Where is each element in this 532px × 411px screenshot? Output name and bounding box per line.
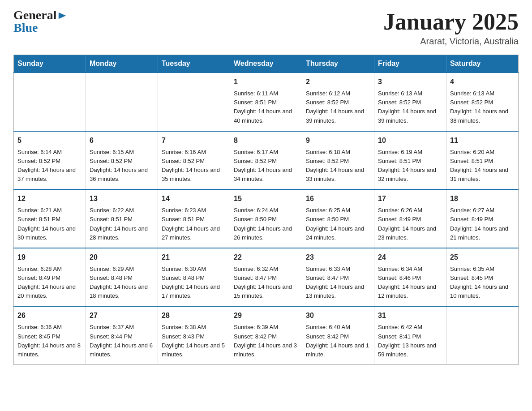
day-info: Sunrise: 6:39 AM Sunset: 8:42 PM Dayligh… (234, 323, 298, 359)
calendar-cell: 3Sunrise: 6:13 AM Sunset: 8:52 PM Daylig… (374, 73, 446, 131)
day-number: 9 (306, 135, 370, 146)
calendar-cell: 26Sunrise: 6:36 AM Sunset: 8:45 PM Dayli… (14, 306, 86, 364)
day-number: 12 (17, 193, 82, 204)
day-number: 10 (378, 135, 442, 146)
calendar-cell: 31Sunrise: 6:42 AM Sunset: 8:41 PM Dayli… (374, 306, 446, 364)
calendar-cell: 15Sunrise: 6:24 AM Sunset: 8:50 PM Dayli… (230, 189, 302, 248)
calendar-cell: 27Sunrise: 6:37 AM Sunset: 8:44 PM Dayli… (86, 306, 158, 364)
day-info: Sunrise: 6:40 AM Sunset: 8:42 PM Dayligh… (306, 323, 370, 359)
day-info: Sunrise: 6:34 AM Sunset: 8:46 PM Dayligh… (378, 265, 442, 301)
weekday-header-wednesday: Wednesday (230, 55, 302, 73)
day-number: 13 (90, 193, 154, 204)
day-number: 29 (234, 310, 298, 321)
day-number: 21 (162, 252, 226, 263)
calendar-week-row: 5Sunrise: 6:14 AM Sunset: 8:52 PM Daylig… (14, 131, 519, 190)
day-info: Sunrise: 6:21 AM Sunset: 8:51 PM Dayligh… (17, 206, 82, 242)
day-info: Sunrise: 6:22 AM Sunset: 8:51 PM Dayligh… (90, 206, 154, 242)
calendar-header: SundayMondayTuesdayWednesdayThursdayFrid… (14, 55, 519, 73)
day-number: 20 (90, 252, 154, 263)
day-info: Sunrise: 6:15 AM Sunset: 8:52 PM Dayligh… (90, 148, 154, 184)
calendar-cell: 14Sunrise: 6:23 AM Sunset: 8:51 PM Dayli… (158, 189, 230, 248)
logo-top-line: General (13, 9, 67, 21)
weekday-header-row: SundayMondayTuesdayWednesdayThursdayFrid… (14, 55, 519, 73)
weekday-header-tuesday: Tuesday (158, 55, 230, 73)
calendar-cell (86, 73, 158, 131)
day-number: 23 (306, 252, 370, 263)
calendar-cell: 9Sunrise: 6:18 AM Sunset: 8:52 PM Daylig… (302, 131, 374, 190)
day-number: 31 (378, 310, 442, 321)
day-info: Sunrise: 6:13 AM Sunset: 8:52 PM Dayligh… (378, 89, 442, 125)
day-info: Sunrise: 6:35 AM Sunset: 8:45 PM Dayligh… (450, 265, 515, 301)
logo: General Blue (13, 9, 67, 34)
day-number: 2 (306, 77, 370, 87)
logo-arrow-icon (58, 11, 67, 20)
day-number: 24 (378, 252, 442, 263)
logo-blue-text: Blue (13, 21, 38, 34)
day-number: 3 (378, 77, 442, 87)
calendar-cell: 19Sunrise: 6:28 AM Sunset: 8:49 PM Dayli… (14, 248, 86, 307)
calendar-cell: 25Sunrise: 6:35 AM Sunset: 8:45 PM Dayli… (446, 248, 519, 307)
day-number: 8 (234, 135, 298, 146)
calendar-week-row: 12Sunrise: 6:21 AM Sunset: 8:51 PM Dayli… (14, 189, 519, 248)
calendar-cell: 8Sunrise: 6:17 AM Sunset: 8:52 PM Daylig… (230, 131, 302, 190)
day-info: Sunrise: 6:24 AM Sunset: 8:50 PM Dayligh… (234, 206, 298, 242)
day-info: Sunrise: 6:38 AM Sunset: 8:43 PM Dayligh… (162, 323, 226, 359)
day-info: Sunrise: 6:19 AM Sunset: 8:51 PM Dayligh… (378, 148, 442, 184)
day-info: Sunrise: 6:13 AM Sunset: 8:52 PM Dayligh… (450, 89, 515, 125)
day-info: Sunrise: 6:29 AM Sunset: 8:48 PM Dayligh… (90, 265, 154, 301)
day-info: Sunrise: 6:42 AM Sunset: 8:41 PM Dayligh… (378, 323, 442, 359)
calendar-cell: 6Sunrise: 6:15 AM Sunset: 8:52 PM Daylig… (86, 131, 158, 190)
calendar-body: 1Sunrise: 6:11 AM Sunset: 8:51 PM Daylig… (14, 73, 519, 364)
calendar-week-row: 19Sunrise: 6:28 AM Sunset: 8:49 PM Dayli… (14, 248, 519, 307)
day-number: 19 (17, 252, 82, 263)
day-number: 28 (162, 310, 226, 321)
day-number: 14 (162, 193, 226, 204)
weekday-header-saturday: Saturday (446, 55, 519, 73)
calendar-cell: 12Sunrise: 6:21 AM Sunset: 8:51 PM Dayli… (14, 189, 86, 248)
logo-general-text: General (13, 9, 56, 21)
day-info: Sunrise: 6:14 AM Sunset: 8:52 PM Dayligh… (17, 148, 82, 184)
day-info: Sunrise: 6:27 AM Sunset: 8:49 PM Dayligh… (450, 206, 515, 242)
day-info: Sunrise: 6:33 AM Sunset: 8:47 PM Dayligh… (306, 265, 370, 301)
day-number: 27 (90, 310, 154, 321)
page-title: January 2025 (383, 9, 519, 34)
day-info: Sunrise: 6:17 AM Sunset: 8:52 PM Dayligh… (234, 148, 298, 184)
day-info: Sunrise: 6:12 AM Sunset: 8:52 PM Dayligh… (306, 89, 370, 125)
calendar-cell: 17Sunrise: 6:26 AM Sunset: 8:49 PM Dayli… (374, 189, 446, 248)
calendar-cell: 7Sunrise: 6:16 AM Sunset: 8:52 PM Daylig… (158, 131, 230, 190)
day-info: Sunrise: 6:30 AM Sunset: 8:48 PM Dayligh… (162, 265, 226, 301)
weekday-header-friday: Friday (374, 55, 446, 73)
page-header: General Blue January 2025 Ararat, Victor… (13, 9, 519, 47)
day-info: Sunrise: 6:11 AM Sunset: 8:51 PM Dayligh… (234, 89, 298, 125)
calendar-cell: 22Sunrise: 6:32 AM Sunset: 8:47 PM Dayli… (230, 248, 302, 307)
calendar-cell (446, 306, 519, 364)
calendar-cell: 23Sunrise: 6:33 AM Sunset: 8:47 PM Dayli… (302, 248, 374, 307)
weekday-header-sunday: Sunday (14, 55, 86, 73)
weekday-header-thursday: Thursday (302, 55, 374, 73)
day-number: 11 (450, 135, 515, 146)
day-number: 15 (234, 193, 298, 204)
day-number: 4 (450, 77, 515, 87)
day-info: Sunrise: 6:28 AM Sunset: 8:49 PM Dayligh… (17, 265, 82, 301)
day-number: 26 (17, 310, 82, 321)
calendar-cell: 4Sunrise: 6:13 AM Sunset: 8:52 PM Daylig… (446, 73, 519, 131)
page-subtitle: Ararat, Victoria, Australia (383, 36, 519, 47)
day-info: Sunrise: 6:36 AM Sunset: 8:45 PM Dayligh… (17, 323, 82, 359)
day-number: 25 (450, 252, 515, 263)
calendar-week-row: 26Sunrise: 6:36 AM Sunset: 8:45 PM Dayli… (14, 306, 519, 364)
calendar-cell: 21Sunrise: 6:30 AM Sunset: 8:48 PM Dayli… (158, 248, 230, 307)
day-number: 18 (450, 193, 515, 204)
day-number: 16 (306, 193, 370, 204)
day-number: 5 (17, 135, 82, 146)
calendar-cell: 16Sunrise: 6:25 AM Sunset: 8:50 PM Dayli… (302, 189, 374, 248)
calendar-cell: 2Sunrise: 6:12 AM Sunset: 8:52 PM Daylig… (302, 73, 374, 131)
day-info: Sunrise: 6:18 AM Sunset: 8:52 PM Dayligh… (306, 148, 370, 184)
title-section: January 2025 Ararat, Victoria, Australia (383, 9, 519, 47)
day-number: 17 (378, 193, 442, 204)
day-number: 6 (90, 135, 154, 146)
calendar-cell: 29Sunrise: 6:39 AM Sunset: 8:42 PM Dayli… (230, 306, 302, 364)
calendar-cell: 13Sunrise: 6:22 AM Sunset: 8:51 PM Dayli… (86, 189, 158, 248)
svg-marker-0 (59, 13, 66, 19)
calendar-cell: 11Sunrise: 6:20 AM Sunset: 8:51 PM Dayli… (446, 131, 519, 190)
calendar-cell: 28Sunrise: 6:38 AM Sunset: 8:43 PM Dayli… (158, 306, 230, 364)
